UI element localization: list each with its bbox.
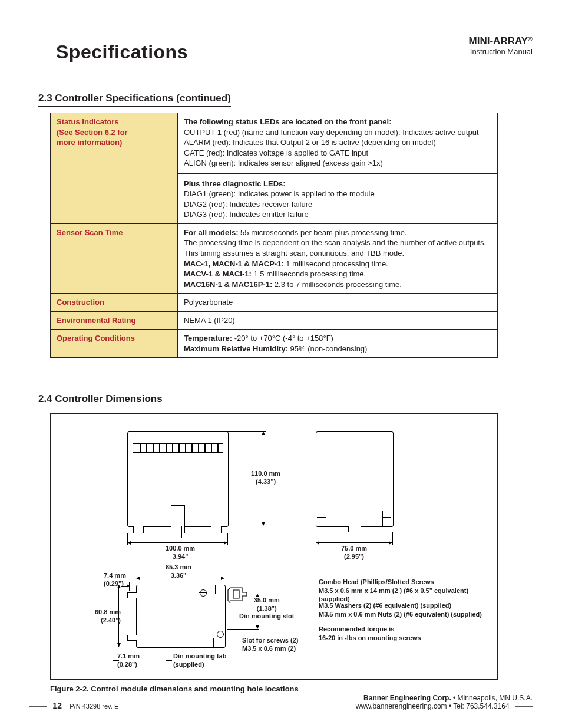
row-label: Environmental Rating [51,311,178,330]
figure-caption: Figure 2-2. Control module dimensions an… [50,684,533,693]
reg-mark: ® [528,35,533,42]
footer-web: www.bannerengineering.com • Tel: 763.544… [356,702,510,710]
row-value: NEMA 1 (IP20) [178,311,498,330]
subsection-2-4: 2.4 Controller Dimensions [38,393,163,407]
table-row: Construction Polycarbonate [51,294,498,312]
page-title: Specifications [56,41,188,63]
table-row: Operating Conditions Temperature: -20° t… [51,330,498,358]
part-number: P/N 43298 rev. E [70,703,118,710]
row-label: Operating Conditions [51,330,178,358]
note-washers: M3.5 Washers (2) (#6 equivalent) (suppli… [319,601,482,618]
dimensions-diagram: 110.0 mm(4.33") 100.0 mm3.94" 75.0 mm(2.… [50,413,498,680]
page-number: 12 [52,701,62,710]
header-right: MINI-ARRAY® Instruction Manual [469,35,533,56]
table-row: Sensor Scan Time For all models: 55 micr… [51,223,498,293]
row-value: The following status LEDs are located on… [178,113,498,224]
dim-35: 35.0 mm(1.38")Din mounting slot [239,597,294,620]
brand: MINI-ARRAY [469,35,528,47]
label-din-tab: Din mounting tab(supplied) [173,653,226,668]
dim-60: 60.8 mm(2.40") [95,608,121,624]
dim-85: 85.3 mm3.36" [166,564,191,579]
note-screws: Combo Head (Phillips/Slotted ScrewsM3.5 … [319,578,497,603]
subsection-2-3: 2.3 Controller Specifications (continued… [38,93,231,107]
dim-7-1: 7.1 mm(0.28") [117,653,140,668]
row-value: Polycarbonate [178,294,498,312]
row-value: Temperature: -20° to +70°C (-4° to +158°… [178,330,498,358]
row-label: Sensor Scan Time [51,223,178,293]
dim-75: 75.0 mm(2.95") [341,545,367,560]
section-header: Specifications [29,41,533,63]
page-footer: 12 P/N 43298 rev. E Banner Engineering C… [29,694,533,710]
dim-110: 110.0 mm(4.33") [251,470,280,485]
manual-label: Instruction Manual [470,47,533,56]
note-torque: Recommended torque is16-20 in -lbs on mo… [319,625,421,642]
table-row: Environmental Rating NEMA 1 (IP20) [51,311,498,330]
footer-corp: Banner Engineering Corp. [363,694,451,702]
dim-100: 100.0 mm3.94" [166,545,195,560]
footer-loc: • Minneapolis, MN U.S.A. [451,694,533,702]
label-slot-screws: Slot for screws (2)M3.5 x 0.6 mm (2) [242,637,298,652]
row-label: Construction [51,294,178,312]
row-value: For all models: 55 microseconds per beam… [178,223,498,293]
row-label: Status Indicators (See Section 6.2 for m… [51,113,178,224]
spec-table: Status Indicators (See Section 6.2 for m… [50,113,498,358]
table-row: Status Indicators (See Section 6.2 for m… [51,113,498,224]
